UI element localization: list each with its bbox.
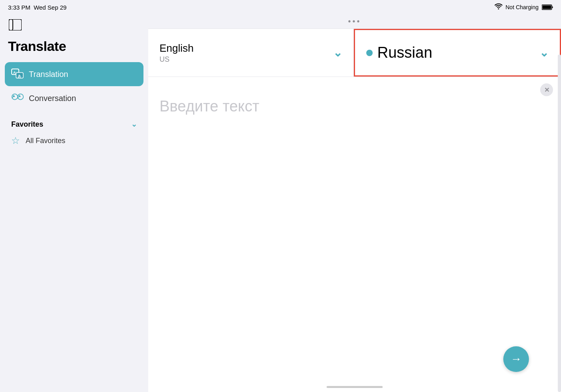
submit-arrow-button[interactable]: →	[503, 346, 529, 372]
sidebar-item-translation[interactable]: A あ Translation	[5, 62, 143, 86]
sidebar-nav: A あ Translation	[0, 61, 148, 112]
not-charging-label: Not Charging	[506, 4, 539, 10]
top-dots-bar: •••	[148, 14, 561, 29]
content-area: ••• English US ⌄ Russian ⌄	[148, 14, 561, 392]
svg-text:あ: あ	[18, 74, 21, 78]
translation-icon: A あ	[11, 68, 24, 81]
language-header: English US ⌄ Russian ⌄	[148, 29, 561, 77]
sidebar-item-conversation[interactable]: Conversation	[5, 86, 143, 110]
scrollbar[interactable]	[558, 55, 561, 392]
sidebar-toggle-icon[interactable]	[8, 18, 22, 32]
language-selector-right[interactable]: Russian ⌄	[354, 29, 561, 77]
conversation-icon	[11, 92, 24, 105]
language-selector-left[interactable]: English US ⌄	[148, 29, 354, 77]
arrow-right-icon: →	[511, 353, 522, 366]
home-indicator	[327, 386, 383, 388]
close-button[interactable]: ✕	[540, 83, 553, 96]
favorites-section: Favorites ⌄ ☆ All Favorites	[0, 112, 148, 154]
status-time: 3:33 PM	[8, 4, 30, 11]
status-left: 3:33 PM Wed Sep 29	[8, 4, 67, 11]
left-lang-name: English	[159, 42, 194, 55]
translation-input-area[interactable]: ✕ Введите текст →	[148, 77, 561, 392]
right-lang-content: Russian	[366, 44, 432, 61]
favorites-title: Favorites	[11, 120, 43, 129]
all-favorites-label: All Favorites	[26, 137, 65, 145]
translation-label: Translation	[29, 70, 68, 79]
status-right: Not Charging	[494, 3, 553, 11]
left-lang-info: English US	[159, 42, 194, 64]
favorites-chevron-icon[interactable]: ⌄	[131, 120, 137, 129]
right-lang-name: Russian	[377, 44, 432, 61]
all-favorites-item[interactable]: ☆ All Favorites	[11, 130, 137, 151]
sidebar-header	[0, 14, 148, 38]
left-chevron-icon: ⌄	[333, 46, 342, 59]
svg-text:A: A	[13, 71, 16, 75]
conversation-label: Conversation	[29, 94, 76, 103]
three-dots-icon: •••	[348, 17, 361, 26]
input-placeholder: Введите текст	[159, 98, 259, 115]
svg-rect-2	[9, 19, 22, 30]
app-title: Translate	[8, 38, 140, 54]
favorites-header: Favorites ⌄	[11, 120, 137, 129]
main-layout: Translate A あ Translation	[0, 14, 561, 392]
language-dot-indicator	[366, 50, 373, 56]
battery-icon	[542, 4, 553, 10]
svg-rect-1	[543, 6, 551, 9]
svg-rect-3	[9, 19, 13, 30]
status-bar: 3:33 PM Wed Sep 29 Not Charging	[0, 0, 561, 14]
right-chevron-icon: ⌄	[539, 46, 549, 59]
sidebar: Translate A あ Translation	[0, 14, 148, 392]
status-date: Wed Sep 29	[34, 4, 67, 11]
star-icon: ☆	[11, 135, 20, 146]
left-lang-region: US	[159, 55, 194, 64]
wifi-icon	[494, 3, 502, 11]
